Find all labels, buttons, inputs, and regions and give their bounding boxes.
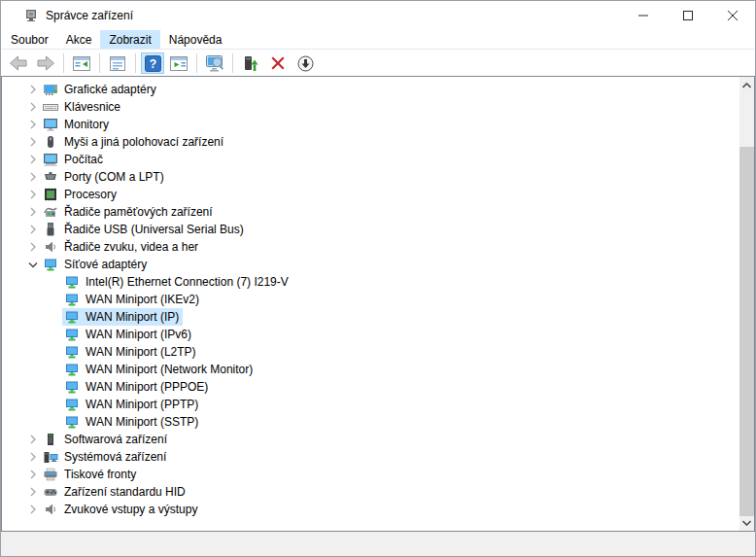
back-button[interactable] (6, 52, 31, 75)
tree-item-content[interactable]: Řadiče zvuku, videa a her (41, 238, 202, 256)
tree-item-content[interactable]: WAN Miniport (IKEv2) (62, 291, 203, 308)
tree-item[interactable]: Řadiče zvuku, videa a her (2, 238, 739, 256)
tree-item-content[interactable]: WAN Miniport (SSTP) (62, 413, 202, 431)
close-button[interactable] (710, 1, 755, 30)
chevron-right-icon[interactable] (25, 502, 41, 517)
chevron-right-icon[interactable] (25, 169, 41, 185)
chevron-right-icon[interactable] (25, 467, 41, 482)
update-driver-button[interactable] (238, 52, 263, 75)
tree-item-content[interactable]: Řadiče paměťových zařízení (41, 203, 217, 221)
menu-napoveda[interactable]: Nápověda (160, 30, 231, 49)
tree-item[interactable]: Intel(R) Ethernet Connection (7) I219-V (2, 273, 739, 291)
tree-item-label: WAN Miniport (SSTP) (86, 415, 198, 429)
svg-text:?: ? (149, 57, 155, 71)
tree-item-content[interactable]: Monitory (41, 116, 113, 133)
forward-button[interactable] (33, 52, 58, 75)
show-console-tree-button[interactable] (69, 52, 94, 75)
minimize-button[interactable] (621, 1, 666, 30)
network-adapter-icon (64, 327, 80, 342)
device-manager-window: Správce zařízení SouborAkceZobrazitNápov… (0, 0, 756, 557)
network-adapter-icon (43, 257, 58, 272)
tree-item[interactable]: Porty (COM a LPT) (2, 168, 739, 186)
chevron-right-icon[interactable] (25, 82, 41, 97)
tree-item-content[interactable]: Zvukové vstupy a výstupy (41, 501, 201, 518)
chevron-right-icon[interactable] (25, 449, 41, 465)
tree-item-content[interactable]: Procesory (41, 186, 120, 203)
chevron-right-icon[interactable] (25, 187, 41, 202)
tree-item-content[interactable]: Tiskové fronty (41, 466, 140, 483)
chevron-down-icon[interactable] (25, 257, 41, 272)
chevron-right-icon[interactable] (25, 152, 41, 167)
tree-item-content[interactable]: WAN Miniport (Network Monitor) (62, 361, 257, 378)
tree-item[interactable]: Zvukové vstupy a výstupy (2, 501, 739, 518)
show-action-pane-button[interactable] (166, 52, 191, 75)
chevron-right-icon[interactable] (25, 484, 41, 500)
properties-icon (110, 56, 125, 71)
disable-device-button[interactable] (292, 52, 318, 75)
tree-item[interactable]: Grafické adaptéry (2, 81, 739, 98)
tree-item-content[interactable]: Počítač (41, 151, 107, 168)
chevron-right-icon[interactable] (25, 222, 41, 237)
tree-item[interactable]: Tiskové fronty (2, 466, 739, 483)
tree-item-content[interactable]: Klávesnice (41, 98, 124, 116)
chevron-right-icon[interactable] (25, 134, 41, 150)
tree-item-content[interactable]: WAN Miniport (PPTP) (62, 396, 202, 413)
vertical-scrollbar[interactable] (739, 77, 754, 531)
tree-item-content[interactable]: Porty (COM a LPT) (41, 168, 168, 186)
menu-zobrazit[interactable]: Zobrazit (100, 30, 159, 49)
menu-akce[interactable]: Akce (57, 30, 101, 49)
tree-item[interactable]: Softwarová zařízení (2, 431, 739, 448)
menu-soubor[interactable]: Soubor (2, 30, 57, 49)
tree-item[interactable]: WAN Miniport (IP) (2, 308, 739, 326)
chevron-right-icon[interactable] (25, 117, 41, 132)
tree-item[interactable]: WAN Miniport (SSTP) (2, 413, 739, 431)
tree-item[interactable]: Počítač (2, 151, 739, 168)
properties-button[interactable] (105, 52, 130, 75)
tree-item[interactable]: WAN Miniport (PPPOE) (2, 378, 739, 396)
chevron-right-icon[interactable] (25, 99, 41, 115)
tree-item-label: Grafické adaptéry (64, 83, 156, 96)
tree-item-label: Procesory (64, 188, 117, 201)
network-adapter-icon (64, 414, 80, 430)
tree-item[interactable]: Řadiče paměťových zařízení (2, 203, 739, 221)
chevron-right-icon[interactable] (25, 432, 41, 447)
tree-item-content[interactable]: Zařízení standardu HID (41, 483, 189, 501)
tree-item[interactable]: WAN Miniport (L2TP) (2, 343, 739, 361)
scroll-down-button[interactable] (739, 514, 754, 531)
tree-item[interactable]: WAN Miniport (PPTP) (2, 396, 739, 413)
tree-item-content[interactable]: Systémová zařízení (41, 448, 170, 466)
titlebar[interactable]: Správce zařízení (1, 1, 755, 30)
tree-item[interactable]: Procesory (2, 186, 739, 203)
help-button[interactable]: ? (141, 52, 164, 74)
tree-item[interactable]: Řadiče USB (Universal Serial Bus) (2, 221, 739, 238)
tree-item-content[interactable]: WAN Miniport (L2TP) (62, 343, 200, 361)
tree-item-content[interactable]: Intel(R) Ethernet Connection (7) I219-V (62, 273, 292, 291)
tree-item[interactable]: Síťové adaptéry (2, 256, 739, 273)
tree-item-content[interactable]: Softwarová zařízení (41, 431, 171, 448)
toolbar-separator (63, 53, 64, 73)
tree-item-selected[interactable]: WAN Miniport (IP) (62, 308, 183, 326)
tree-item[interactable]: Monitory (2, 116, 739, 133)
tree-item-label: Klávesnice (64, 100, 120, 114)
tree-item[interactable]: Zařízení standardu HID (2, 483, 739, 501)
maximize-button[interactable] (666, 1, 710, 30)
tree-item[interactable]: Myši a jiná polohovací zařízení (2, 133, 739, 151)
chevron-right-icon[interactable] (25, 239, 41, 255)
tree-item[interactable]: WAN Miniport (IPv6) (2, 326, 739, 343)
scan-hardware-changes-button[interactable] (202, 52, 227, 75)
tree-item-content[interactable]: WAN Miniport (PPPOE) (62, 378, 212, 396)
chevron-right-icon[interactable] (25, 204, 41, 220)
scroll-up-button[interactable] (739, 77, 754, 93)
tree-item-content[interactable]: Myši a jiná polohovací zařízení (41, 133, 227, 151)
tree-item[interactable]: WAN Miniport (Network Monitor) (2, 361, 739, 378)
tree-item-content[interactable]: Síťové adaptéry (41, 256, 151, 273)
tree-item[interactable]: WAN Miniport (IKEv2) (2, 291, 739, 308)
tree-item-content[interactable]: Řadiče USB (Universal Serial Bus) (41, 221, 248, 238)
scrollbar-thumb[interactable] (739, 147, 754, 516)
computer-icon (43, 152, 58, 167)
uninstall-device-button[interactable] (265, 52, 291, 75)
tree-item[interactable]: Systémová zařízení (2, 448, 739, 466)
tree-item-content[interactable]: Grafické adaptéry (41, 81, 160, 98)
tree-item-content[interactable]: WAN Miniport (IPv6) (62, 326, 195, 343)
tree-item[interactable]: Klávesnice (2, 98, 739, 116)
